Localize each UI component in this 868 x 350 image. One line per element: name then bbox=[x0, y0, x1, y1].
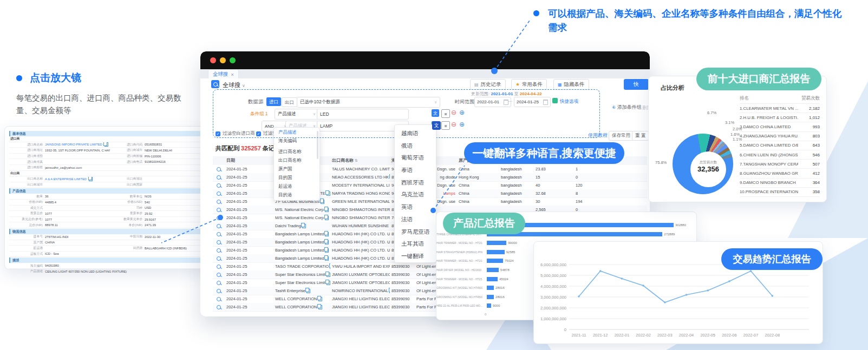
magnifier-icon[interactable] bbox=[217, 273, 221, 277]
keyword-input-1[interactable]: LED bbox=[317, 109, 409, 120]
magnifier-icon[interactable] bbox=[217, 191, 221, 196]
scrollbar[interactable] bbox=[317, 131, 318, 159]
detail-row: 出口商城市出口商国家 bbox=[9, 182, 210, 188]
image-search-icon[interactable]: ◙ bbox=[441, 109, 450, 118]
field-select-1[interactable]: 产品描述∨ bbox=[275, 109, 319, 120]
translate-icon[interactable]: 文 bbox=[432, 121, 441, 130]
magnifier-icon[interactable] bbox=[217, 256, 221, 261]
magnifier-icon[interactable] bbox=[217, 297, 221, 301]
copy-icon[interactable] bbox=[302, 224, 306, 228]
magnifier-icon[interactable] bbox=[217, 281, 221, 285]
date-from-input[interactable]: 2022-01-01 bbox=[474, 97, 511, 107]
field-menu-item[interactable]: 出口商名称 bbox=[274, 156, 319, 164]
filter-blank-importer-checkbox[interactable]: ✓ 过滤空白进口商 bbox=[216, 130, 255, 137]
ranking-row[interactable]: 6.CHIEN LUEN IND (ZHONGS...546 bbox=[740, 150, 820, 160]
tutorial-link[interactable]: 使用教程 bbox=[588, 132, 608, 139]
ranking-row[interactable]: 4.ZHANGJIAGANG YIHUA RU...803 bbox=[740, 132, 820, 141]
save-favorite-button[interactable]: 保存常用 bbox=[609, 131, 634, 141]
magnifier-icon[interactable] bbox=[217, 232, 221, 236]
magnifier-icon[interactable] bbox=[217, 265, 221, 269]
copy-icon[interactable] bbox=[325, 240, 329, 245]
hide-conditions-button[interactable]: ▦隐藏条件 bbox=[553, 79, 589, 90]
copy-icon[interactable] bbox=[321, 200, 324, 204]
field-menu-item[interactable]: 进口商名称 bbox=[274, 147, 319, 156]
add-condition-icon[interactable]: ⊕ bbox=[459, 109, 465, 116]
copy-icon[interactable] bbox=[327, 191, 330, 196]
remove-condition-icon[interactable]: ⊖ bbox=[451, 121, 456, 128]
ranking-row[interactable]: 8.GUANGZHOU WANBAO GR...412 bbox=[740, 169, 820, 178]
copy-icon[interactable] bbox=[105, 142, 108, 147]
copy-icon[interactable] bbox=[327, 273, 330, 277]
history-button[interactable]: ▤历史记录 bbox=[470, 79, 506, 90]
field-menu-item[interactable]: 原产国 bbox=[274, 164, 319, 173]
window-minimize-dot[interactable] bbox=[220, 57, 226, 63]
quick-search-button[interactable]: 快 bbox=[624, 79, 649, 90]
window-close-dot[interactable] bbox=[210, 57, 216, 63]
export-toggle[interactable]: 出口 bbox=[282, 97, 297, 107]
app-name[interactable]: 全球搜 ∨ bbox=[223, 81, 245, 89]
magnifier-icon[interactable] bbox=[217, 224, 221, 228]
language-menu-item[interactable]: 葡萄牙语 bbox=[395, 151, 436, 164]
ranking-row[interactable]: 9.DAMCO NINGBO BRANCH364 bbox=[740, 179, 820, 188]
image-search-icon[interactable]: ◙ bbox=[441, 121, 450, 130]
copy-icon[interactable] bbox=[325, 256, 329, 261]
language-menu-item[interactable]: 泰语 bbox=[395, 164, 436, 176]
magnifier-icon[interactable] bbox=[217, 200, 221, 204]
field-menu-item[interactable]: 目的国 bbox=[274, 173, 319, 182]
field-menu-item[interactable]: 起运港 bbox=[274, 182, 319, 190]
ranking-row[interactable]: 5.DAMCO CHINA LIMITED O/B643 bbox=[740, 141, 820, 150]
language-menu-item[interactable]: 法语 bbox=[395, 213, 436, 226]
add-condition-group[interactable]: ⊕ 添加条件组 bbox=[612, 104, 642, 111]
copy-icon[interactable] bbox=[325, 232, 329, 236]
translate-icon[interactable]: 文 bbox=[432, 109, 439, 117]
ranking-row[interactable]: 1.CLEARWATER METAL VN ...2,182 bbox=[740, 104, 820, 113]
language-menu-item[interactable]: 越南语 bbox=[395, 127, 436, 140]
language-menu-item[interactable]: 西班牙语 bbox=[395, 176, 436, 189]
field-menu-item[interactable]: 产品描述 bbox=[274, 128, 319, 136]
magnifier-icon[interactable] bbox=[217, 183, 221, 188]
favorite-conditions-button[interactable]: ★常用条件 bbox=[511, 79, 547, 90]
magnifier-icon[interactable] bbox=[217, 216, 221, 220]
language-menu-item[interactable]: 英语 bbox=[395, 201, 436, 213]
copy-icon[interactable] bbox=[325, 248, 329, 253]
copy-icon[interactable] bbox=[306, 289, 310, 293]
field-menu-item[interactable]: 海关编码 bbox=[274, 136, 319, 145]
language-menu-item[interactable]: 一键翻译 bbox=[395, 250, 436, 262]
import-toggle[interactable]: 进口 bbox=[266, 97, 281, 106]
language-menu-item[interactable]: 土耳其语 bbox=[395, 237, 436, 250]
magnifier-icon[interactable] bbox=[217, 248, 221, 253]
copy-icon[interactable] bbox=[325, 208, 329, 212]
ranking-row[interactable]: 10.PROSPACE INTERNATIONA...358 bbox=[740, 188, 820, 197]
copy-icon[interactable] bbox=[325, 216, 329, 220]
add-condition-icon[interactable]: ⊕ bbox=[459, 121, 465, 128]
copy-icon[interactable] bbox=[327, 281, 330, 285]
field-menu-item[interactable]: 目的港 bbox=[274, 190, 319, 199]
magnifier-icon[interactable] bbox=[217, 167, 221, 171]
magnifier-icon[interactable] bbox=[217, 208, 221, 212]
language-menu-item[interactable]: 罗马尼亚语 bbox=[395, 226, 436, 238]
sort-icon[interactable]: ⇅ bbox=[355, 159, 358, 163]
copy-icon[interactable] bbox=[89, 177, 93, 181]
tab-global-search[interactable]: 全球搜 × bbox=[208, 69, 239, 79]
date-to-input[interactable]: 2024-01-25 bbox=[514, 97, 551, 107]
magnifier-icon[interactable] bbox=[217, 175, 221, 180]
copy-icon[interactable] bbox=[318, 305, 322, 309]
magnifier-icon[interactable] bbox=[217, 305, 221, 309]
window-zoom-dot[interactable] bbox=[230, 57, 236, 63]
column-header[interactable]: 日期 bbox=[225, 156, 273, 164]
annotation-left-title: 点击放大镜 bbox=[30, 71, 81, 85]
column-header[interactable]: 出口商名称⇅ bbox=[330, 156, 390, 164]
copy-icon[interactable] bbox=[318, 297, 322, 301]
ranking-row[interactable]: 3.DAMCO CHINA LIMITED993 bbox=[740, 122, 820, 131]
magnifier-icon[interactable] bbox=[217, 289, 221, 293]
ranking-row[interactable]: 2.H.U.B. FREIGHT & LOGISTI...1,012 bbox=[740, 113, 820, 122]
magnifier-icon[interactable] bbox=[217, 240, 221, 245]
tab-close-icon[interactable]: × bbox=[231, 72, 234, 77]
datasource-select[interactable]: 已选中102个数据源∨ bbox=[297, 97, 440, 108]
remove-condition-icon[interactable]: ⊖ bbox=[451, 109, 456, 116]
quick-options-link[interactable]: 快捷选项 bbox=[560, 98, 578, 105]
language-menu-item[interactable]: 乌克兰语 bbox=[395, 188, 436, 201]
language-menu-item[interactable]: 俄语 bbox=[395, 140, 436, 152]
reset-button[interactable]: 重 置 bbox=[632, 131, 649, 141]
ranking-row[interactable]: 7.TANGSHAN MONOPY CERA...507 bbox=[740, 160, 820, 169]
